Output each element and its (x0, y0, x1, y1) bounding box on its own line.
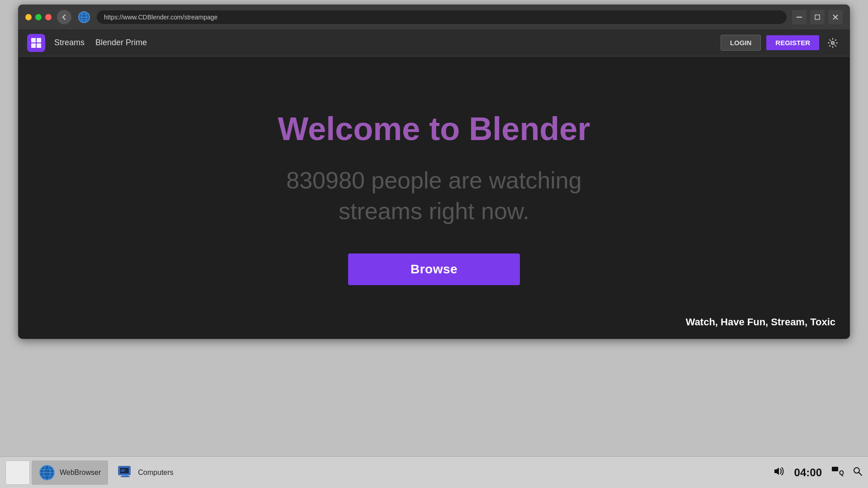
url-text: https://www.CDBlender.com/streampage (104, 14, 217, 21)
minimize-window-button[interactable] (792, 10, 807, 24)
close-window-button[interactable] (828, 10, 843, 24)
svg-rect-17 (120, 468, 129, 474)
computers-icon (117, 465, 133, 481)
taskbar-blank-app[interactable] (5, 460, 30, 485)
back-button[interactable] (57, 10, 71, 24)
taskbar-search-icon[interactable] (853, 466, 863, 479)
maximize-button[interactable] (35, 14, 42, 20)
svg-rect-19 (121, 476, 130, 477)
nav-streams[interactable]: Streams (54, 38, 85, 47)
taskbar-webbrowser[interactable]: WebBrowser (32, 460, 108, 485)
svg-rect-23 (832, 467, 838, 471)
address-bar[interactable]: https://www.CDBlender.com/streampage (97, 10, 787, 24)
minimize-button[interactable] (25, 14, 32, 20)
browse-button[interactable]: Browse (348, 253, 520, 285)
webbrowser-label: WebBrowser (60, 469, 101, 477)
register-button[interactable]: REGISTER (766, 35, 819, 50)
site-navbar: Streams Blender Prime LOGIN REGISTER (18, 29, 850, 56)
logo-grid-icon (31, 38, 41, 48)
svg-line-26 (859, 472, 862, 475)
browser-actions (792, 10, 843, 24)
browser-titlebar: https://www.CDBlender.com/streampage (18, 5, 850, 29)
site-logo (27, 34, 45, 52)
site-content: Welcome to Blender 830980 people are wat… (18, 56, 850, 339)
desktop: https://www.CDBlender.com/streampage (0, 0, 868, 488)
welcome-title: Welcome to Blender (278, 110, 590, 147)
taskbar: WebBrowser Computers 04: (0, 456, 868, 488)
login-button[interactable]: LOGIN (721, 35, 761, 51)
site-nav-right: LOGIN REGISTER (721, 35, 841, 51)
restore-window-button[interactable] (810, 10, 825, 24)
taskbar-computers[interactable]: Computers (110, 460, 180, 485)
svg-rect-5 (797, 17, 802, 18)
taskbar-notification-icon[interactable]: Q (831, 465, 844, 480)
globe-icon (77, 10, 91, 24)
webbrowser-icon (39, 465, 55, 481)
site-nav-links: Streams Blender Prime (54, 38, 147, 47)
close-button[interactable] (45, 14, 52, 20)
taskbar-clock: 04:00 (794, 466, 822, 479)
taskbar-right: 04:00 Q (773, 465, 863, 480)
window-controls (25, 14, 52, 20)
svg-text:Q: Q (839, 469, 844, 476)
viewer-count-number: 830980 (286, 167, 365, 193)
browser-window: https://www.CDBlender.com/streampage (18, 5, 850, 339)
viewer-count: 830980 people are watchingstreams right … (286, 165, 581, 226)
volume-icon[interactable] (773, 465, 785, 480)
computers-label: Computers (138, 469, 173, 477)
nav-blender-prime[interactable]: Blender Prime (95, 38, 147, 47)
settings-button[interactable] (825, 35, 841, 51)
tagline: Watch, Have Fun, Stream, Toxic (686, 316, 835, 328)
svg-rect-6 (815, 15, 820, 19)
svg-rect-18 (122, 475, 128, 476)
svg-marker-22 (774, 468, 779, 475)
